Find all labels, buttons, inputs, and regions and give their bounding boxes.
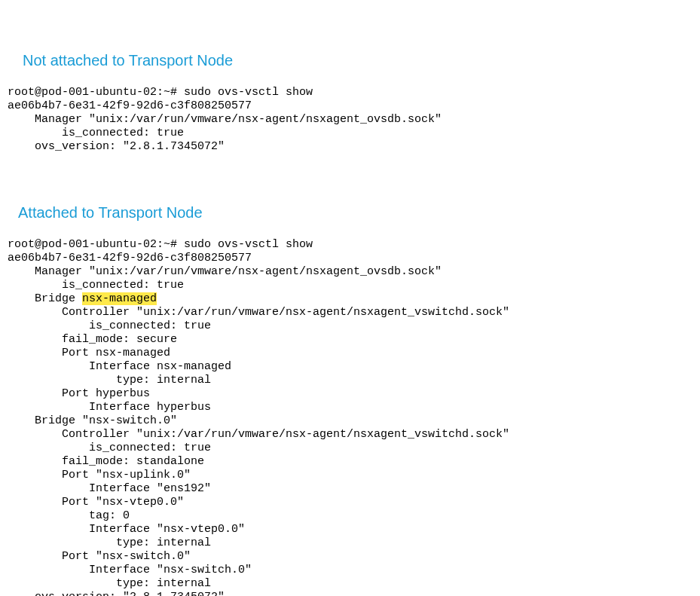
term-line: Bridge "nsx-switch.0" [8,414,177,427]
term-line: Controller "unix:/var/run/vmware/nsx-age… [8,428,509,441]
term-line: root@pod-001-ubuntu-02:~# sudo ovs-vsctl… [8,238,313,251]
term-line: Bridge [8,292,82,305]
term-line: is_connected: true [8,442,211,454]
term-line: is_connected: true [8,279,184,292]
term-line: Interface nsx-managed [8,360,231,373]
term-line: type: internal [8,374,211,387]
term-line: tag: 0 [8,509,130,522]
term-line: is_connected: true [8,127,184,139]
term-line: ae06b4b7-6e31-42f9-92d6-c3f808250577 [8,252,252,264]
term-line: Controller "unix:/var/run/vmware/nsx-age… [8,306,509,319]
term-line: root@pod-001-ubuntu-02:~# sudo ovs-vsctl… [8,86,313,99]
term-line: is_connected: true [8,319,211,332]
term-line: ae06b4b7-6e31-42f9-92d6-c3f808250577 [8,99,252,112]
heading-not-attached: Not attached to Transport Node [23,51,692,69]
term-line: fail_mode: standalone [8,455,204,468]
term-line: Interface "ens192" [8,482,211,495]
term-line: ovs_version: "2.8.1.7345072" [8,140,225,153]
term-line: Port "nsx-vtep0.0" [8,496,184,509]
terminal-block-2: root@pod-001-ubuntu-02:~# sudo ovs-vsctl… [8,238,692,596]
term-line: Manager "unix:/var/run/vmware/nsx-agent/… [8,265,442,278]
term-line: Port "nsx-switch.0" [8,550,191,563]
term-line: Port hyperbus [8,387,150,400]
term-line: ovs_version: "2.8.1.7345072" [8,591,225,596]
term-line: Manager "unix:/var/run/vmware/nsx-agent/… [8,113,442,126]
term-line: Port nsx-managed [8,347,170,359]
terminal-block-1: root@pod-001-ubuntu-02:~# sudo ovs-vsctl… [8,86,692,154]
highlighted-text: nsx-managed [82,292,157,305]
term-line: Interface "nsx-vtep0.0" [8,523,245,536]
term-line: fail_mode: secure [8,333,177,346]
term-line: type: internal [8,536,211,549]
term-line: Interface hyperbus [8,401,211,414]
term-line: Port "nsx-uplink.0" [8,469,191,481]
term-line: type: internal [8,577,211,590]
term-line: Interface "nsx-switch.0" [8,564,252,576]
heading-attached: Attached to Transport Node [18,203,692,222]
